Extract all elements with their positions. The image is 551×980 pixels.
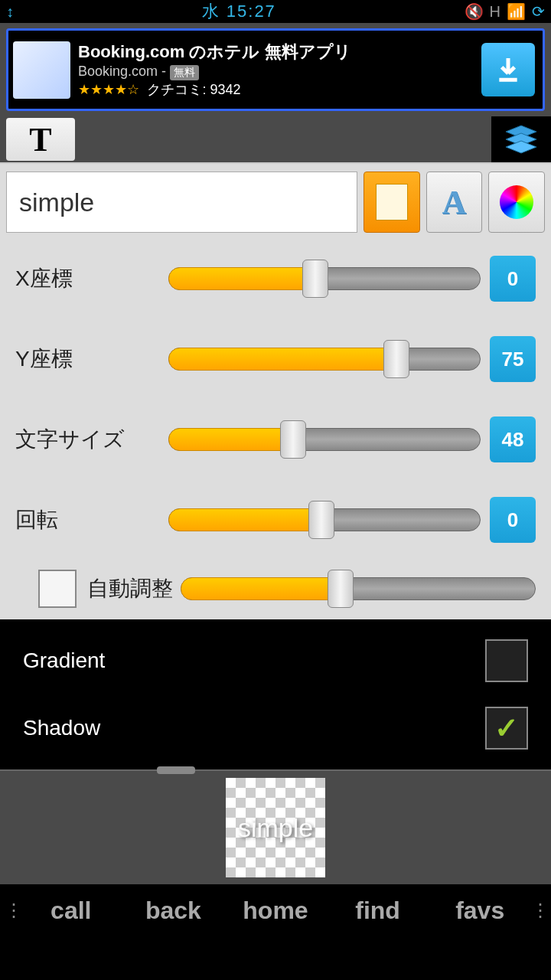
nav-home[interactable]: home — [224, 897, 327, 925]
x-label: X座標 — [15, 264, 168, 293]
align-button[interactable] — [364, 172, 420, 233]
auto-adjust-row: 自動調整 — [38, 566, 536, 612]
sliders-section: X座標 0 Y座標 75 文字サイズ 48 回転 0 — [0, 240, 551, 619]
size-label: 文字サイズ — [15, 425, 168, 454]
align-icon — [376, 184, 408, 220]
layers-icon — [503, 124, 540, 155]
x-slider-row: X座標 0 — [15, 256, 536, 302]
signal-icon: 📶 — [507, 2, 526, 21]
gradient-checkbox[interactable] — [485, 639, 528, 682]
auto-adjust-label: 自動調整 — [87, 574, 173, 603]
text-input[interactable] — [6, 172, 357, 233]
status-day: 水 — [202, 2, 220, 21]
font-icon: A — [442, 183, 467, 222]
check-icon: ✓ — [494, 711, 519, 745]
shadow-label: Shadow — [23, 716, 485, 740]
nav-favs[interactable]: favs — [429, 897, 531, 925]
gradient-row: Gradient — [23, 627, 528, 694]
preview-text: simple — [238, 813, 313, 843]
sync-icon: ⟳ — [532, 2, 545, 21]
status-time: 15:27 — [227, 2, 276, 21]
rotation-value[interactable]: 0 — [490, 497, 536, 543]
mute-icon: 🔇 — [465, 2, 484, 21]
size-slider-row: 文字サイズ 48 — [15, 416, 536, 462]
ad-banner[interactable]: Booking.com のホテル 無料アプリ Booking.com - 無料 … — [0, 23, 551, 116]
y-slider-row: Y座標 75 — [15, 336, 536, 382]
y-label: Y座標 — [15, 345, 168, 374]
ad-title: Booking.com のホテル 無料アプリ — [78, 41, 481, 64]
ad-subtitle: Booking.com - 無料 — [78, 64, 481, 80]
section-divider[interactable] — [0, 769, 551, 771]
usb-icon: ↕ — [6, 3, 14, 21]
auto-adjust-checkbox[interactable] — [38, 570, 77, 608]
nav-back[interactable]: back — [122, 897, 225, 925]
text-tool-button[interactable]: T — [6, 118, 75, 161]
gradient-label: Gradient — [23, 648, 485, 673]
color-wheel-icon — [500, 185, 533, 219]
size-value[interactable]: 48 — [490, 416, 536, 462]
ad-app-icon — [13, 41, 70, 99]
app-toolbar: T — [0, 116, 551, 162]
rotation-slider-row: 回転 0 — [15, 497, 536, 543]
color-button[interactable] — [488, 172, 545, 233]
menu-dots-icon[interactable]: ⋮ — [5, 900, 20, 921]
x-slider[interactable] — [168, 267, 481, 290]
layers-button[interactable] — [491, 116, 551, 162]
y-value[interactable]: 75 — [490, 336, 536, 382]
auto-adjust-slider[interactable] — [181, 577, 536, 600]
rotation-slider[interactable] — [168, 508, 481, 531]
x-value[interactable]: 0 — [490, 256, 536, 302]
download-button[interactable] — [481, 43, 535, 96]
network-type: H — [490, 3, 500, 21]
preview-canvas: simple — [226, 778, 325, 877]
rotation-label: 回転 — [15, 505, 168, 534]
options-section: Gradient Shadow ✓ — [0, 619, 551, 769]
ad-reviews: クチコミ: 9342 — [147, 82, 240, 97]
shadow-checkbox[interactable]: ✓ — [485, 707, 528, 750]
svg-marker-2 — [506, 141, 536, 153]
status-bar: ↕ 水 15:27 🔇 H 📶 ⟳ — [0, 0, 551, 23]
ad-stars: ★★★★☆ — [78, 82, 139, 97]
nav-find[interactable]: find — [327, 897, 429, 925]
shadow-row: Shadow ✓ — [23, 694, 528, 762]
nav-call[interactable]: call — [20, 897, 122, 925]
size-slider[interactable] — [168, 428, 481, 451]
preview-panel: simple — [0, 771, 551, 884]
text-input-row: A — [0, 162, 551, 240]
bottom-nav: ⋮ call back home find favs ⋮ — [0, 884, 551, 936]
menu-dots-icon-right[interactable]: ⋮ — [531, 900, 546, 921]
y-slider[interactable] — [168, 348, 481, 371]
font-button[interactable]: A — [426, 172, 483, 233]
